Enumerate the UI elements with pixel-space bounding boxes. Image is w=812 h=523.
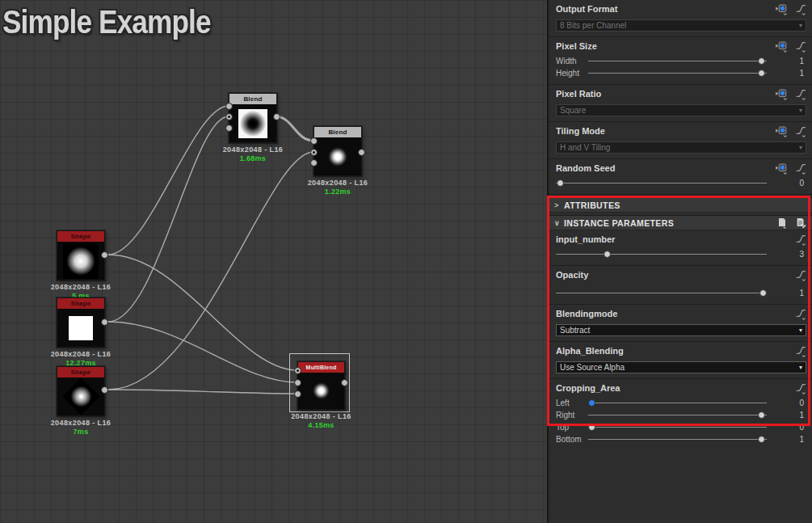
application-window: Simple Example Blend 2048x2048 - L16 1.6… <box>0 0 812 523</box>
node-blend-2[interactable]: Blend 2048x2048 - L16 1.22ms <box>313 126 362 176</box>
slider-handle[interactable] <box>758 57 765 65</box>
node-resolution-label: 2048x2048 - L16 <box>51 350 111 358</box>
slider-handle[interactable] <box>557 179 564 187</box>
slider-value: 1 <box>767 57 804 65</box>
crop-bottom-slider[interactable] <box>588 436 767 443</box>
input-connector[interactable] <box>294 367 301 374</box>
expose-parameter-icon[interactable] <box>775 4 789 15</box>
edit-function-icon[interactable] <box>793 309 807 320</box>
param-label: Random Seed <box>556 163 615 173</box>
edit-function-icon[interactable] <box>793 234 807 246</box>
slider-handle[interactable] <box>604 251 611 258</box>
crop-right-slider[interactable] <box>588 411 767 419</box>
node-compute-time: 4.15ms <box>308 421 334 429</box>
wire-shape2-to-blend1 <box>108 116 229 322</box>
input-connector[interactable] <box>294 379 301 386</box>
alpha-blending-select[interactable]: Use Source Alpha ▾ <box>556 361 806 373</box>
node-thumbnail <box>298 373 344 409</box>
input-connector[interactable] <box>310 137 318 145</box>
node-title-bar[interactable]: Shape <box>57 231 104 242</box>
edit-function-icon[interactable] <box>793 270 807 281</box>
node-thumbnail <box>229 104 276 142</box>
edit-preset-icon[interactable] <box>793 217 807 229</box>
input-connector[interactable] <box>310 159 318 167</box>
output-connector[interactable] <box>358 149 365 156</box>
param-label: Pixel Ratio <box>556 89 601 99</box>
expose-parameter-icon[interactable] <box>775 126 789 137</box>
edit-function-icon[interactable] <box>793 4 807 15</box>
param-group-output-format: Output Format 8 Bits per Channel ▾ <box>549 0 812 37</box>
input-connector[interactable] <box>294 390 301 398</box>
slider-value: 0 <box>767 179 804 188</box>
input-connector[interactable] <box>310 149 318 156</box>
node-shape-1[interactable]: Shape 2048x2048 - L16 5 ms <box>57 230 105 280</box>
param-label: input_number <box>556 234 615 244</box>
node-title-bar[interactable]: Blend <box>229 94 276 104</box>
output-connector[interactable] <box>341 379 348 386</box>
slider-handle[interactable] <box>758 411 765 419</box>
node-title-bar[interactable]: MultiBlend <box>298 362 344 373</box>
output-connector[interactable] <box>101 318 108 326</box>
blendingmode-select[interactable]: Subtract ▾ <box>556 324 806 336</box>
slider-handle[interactable] <box>758 70 765 77</box>
output-connector[interactable] <box>273 113 280 120</box>
slider-value: 0 <box>767 399 804 407</box>
slider-handle[interactable] <box>588 424 595 431</box>
input-connector[interactable] <box>225 124 233 132</box>
save-preset-icon[interactable] <box>775 217 789 229</box>
section-header-instance-parameters[interactable]: ∨ INSTANCE PARAMETERS <box>549 215 812 230</box>
random-seed-slider[interactable] <box>556 179 767 187</box>
node-graph-canvas[interactable]: Simple Example Blend 2048x2048 - L16 1.6… <box>0 0 547 523</box>
node-title-bar[interactable]: Shape <box>57 367 104 377</box>
width-slider[interactable] <box>588 57 767 65</box>
slider-row-left: Left 0 <box>549 397 812 409</box>
output-connector[interactable] <box>101 386 108 394</box>
dropdown-arrow-icon: ▾ <box>799 23 802 29</box>
edit-function-icon[interactable] <box>793 41 807 53</box>
edit-function-icon[interactable] <box>793 346 807 357</box>
tiling-mode-select[interactable]: H and V Tiling ▾ <box>556 141 806 154</box>
expose-parameter-icon[interactable] <box>775 163 789 175</box>
node-resolution-label: 2048x2048 - L16 <box>308 179 368 187</box>
pixel-ratio-select[interactable]: Square ▾ <box>556 104 806 116</box>
node-title-bar[interactable]: Blend <box>314 127 361 137</box>
slider-row-random-seed: 0 <box>549 177 812 189</box>
param-label: Pixel Size <box>556 41 597 51</box>
node-resolution-label: 2048x2048 - L16 <box>51 419 111 427</box>
input-number-slider[interactable] <box>556 251 767 258</box>
slider-handle[interactable] <box>588 399 595 407</box>
opacity-slider[interactable] <box>556 289 767 297</box>
node-shape-2[interactable]: Shape 2048x2048 - L16 12.27ms <box>57 297 105 348</box>
node-compute-time: 7ms <box>74 428 89 436</box>
crop-left-slider[interactable] <box>588 399 767 407</box>
edit-function-icon[interactable] <box>793 126 807 137</box>
edit-function-icon[interactable] <box>793 163 807 175</box>
slider-value: 0 <box>767 423 804 432</box>
node-shape-3[interactable]: Shape 2048x2048 - L16 7ms <box>57 366 105 416</box>
expose-parameter-icon[interactable] <box>775 89 789 100</box>
node-blend-1[interactable]: Blend 2048x2048 - L16 1.68ms <box>229 93 277 143</box>
input-connector[interactable] <box>225 113 233 120</box>
slider-value: 1 <box>767 69 804 78</box>
output-format-select[interactable]: 8 Bits per Channel ▾ <box>556 19 806 32</box>
output-connector[interactable] <box>101 251 108 259</box>
selected-value: 8 Bits per Channel <box>560 21 626 30</box>
input-connector[interactable] <box>225 103 233 110</box>
crop-top-slider[interactable] <box>588 424 767 431</box>
slider-value: 1 <box>767 289 804 297</box>
param-group-random-seed: Random Seed 0 <box>549 159 812 195</box>
edit-function-icon[interactable] <box>793 89 807 100</box>
expose-parameter-icon[interactable] <box>775 41 789 53</box>
node-multiblend[interactable]: MultiBlend 2048x2048 - L16 4.15ms <box>297 361 345 410</box>
slider-handle[interactable] <box>758 436 765 443</box>
slider-value: 1 <box>767 411 804 420</box>
param-group-pixel-size: Pixel Size Width 1 Height 1 <box>549 37 812 85</box>
slider-label: Bottom <box>556 435 588 444</box>
height-slider[interactable] <box>588 70 767 77</box>
edit-function-icon[interactable] <box>793 383 807 394</box>
chevron-right-icon: > <box>554 201 564 209</box>
node-title-bar[interactable]: Shape <box>57 298 104 309</box>
section-header-attributes[interactable]: > ATTRIBUTES <box>549 197 812 213</box>
wire-shape2-to-multiblend <box>108 322 297 382</box>
slider-handle[interactable] <box>759 289 767 297</box>
